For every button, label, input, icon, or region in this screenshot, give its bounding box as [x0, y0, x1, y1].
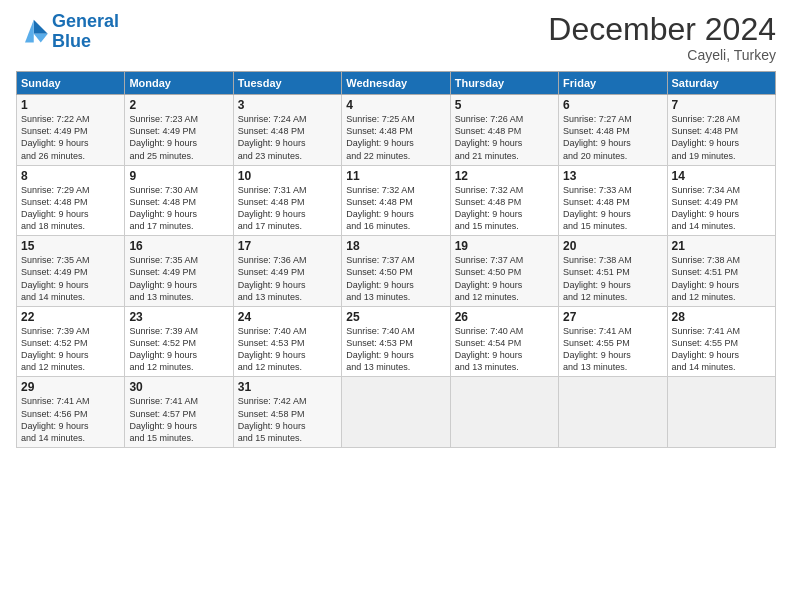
calendar-table: Sunday Monday Tuesday Wednesday Thursday… [16, 71, 776, 448]
calendar-week-2: 8Sunrise: 7:29 AMSunset: 4:48 PMDaylight… [17, 165, 776, 236]
table-row: 19Sunrise: 7:37 AMSunset: 4:50 PMDayligh… [450, 236, 558, 307]
day-number: 25 [346, 310, 445, 324]
svg-marker-2 [25, 20, 34, 43]
svg-marker-1 [34, 34, 48, 43]
table-row: 25Sunrise: 7:40 AMSunset: 4:53 PMDayligh… [342, 306, 450, 377]
table-row: 26Sunrise: 7:40 AMSunset: 4:54 PMDayligh… [450, 306, 558, 377]
table-row: 27Sunrise: 7:41 AMSunset: 4:55 PMDayligh… [559, 306, 667, 377]
day-info: Sunrise: 7:22 AMSunset: 4:49 PMDaylight:… [21, 113, 120, 162]
day-info: Sunrise: 7:36 AMSunset: 4:49 PMDaylight:… [238, 254, 337, 303]
day-number: 28 [672, 310, 771, 324]
table-row: 6Sunrise: 7:27 AMSunset: 4:48 PMDaylight… [559, 95, 667, 166]
table-row: 12Sunrise: 7:32 AMSunset: 4:48 PMDayligh… [450, 165, 558, 236]
day-number: 30 [129, 380, 228, 394]
logo: General Blue [16, 12, 119, 52]
table-row: 28Sunrise: 7:41 AMSunset: 4:55 PMDayligh… [667, 306, 775, 377]
table-row: 20Sunrise: 7:38 AMSunset: 4:51 PMDayligh… [559, 236, 667, 307]
table-row: 9Sunrise: 7:30 AMSunset: 4:48 PMDaylight… [125, 165, 233, 236]
table-row [667, 377, 775, 448]
day-info: Sunrise: 7:37 AMSunset: 4:50 PMDaylight:… [455, 254, 554, 303]
day-number: 16 [129, 239, 228, 253]
col-monday: Monday [125, 72, 233, 95]
day-info: Sunrise: 7:31 AMSunset: 4:48 PMDaylight:… [238, 184, 337, 233]
day-info: Sunrise: 7:38 AMSunset: 4:51 PMDaylight:… [563, 254, 662, 303]
table-row: 16Sunrise: 7:35 AMSunset: 4:49 PMDayligh… [125, 236, 233, 307]
logo-line1: General [52, 11, 119, 31]
table-row: 15Sunrise: 7:35 AMSunset: 4:49 PMDayligh… [17, 236, 125, 307]
table-row: 8Sunrise: 7:29 AMSunset: 4:48 PMDaylight… [17, 165, 125, 236]
day-info: Sunrise: 7:35 AMSunset: 4:49 PMDaylight:… [129, 254, 228, 303]
subtitle: Cayeli, Turkey [548, 47, 776, 63]
day-number: 7 [672, 98, 771, 112]
table-row: 31Sunrise: 7:42 AMSunset: 4:58 PMDayligh… [233, 377, 341, 448]
day-info: Sunrise: 7:39 AMSunset: 4:52 PMDaylight:… [129, 325, 228, 374]
table-row: 13Sunrise: 7:33 AMSunset: 4:48 PMDayligh… [559, 165, 667, 236]
day-number: 11 [346, 169, 445, 183]
table-row: 5Sunrise: 7:26 AMSunset: 4:48 PMDaylight… [450, 95, 558, 166]
day-number: 29 [21, 380, 120, 394]
day-number: 9 [129, 169, 228, 183]
day-info: Sunrise: 7:35 AMSunset: 4:49 PMDaylight:… [21, 254, 120, 303]
table-row [450, 377, 558, 448]
day-number: 18 [346, 239, 445, 253]
table-row: 30Sunrise: 7:41 AMSunset: 4:57 PMDayligh… [125, 377, 233, 448]
col-wednesday: Wednesday [342, 72, 450, 95]
calendar-week-5: 29Sunrise: 7:41 AMSunset: 4:56 PMDayligh… [17, 377, 776, 448]
table-row [559, 377, 667, 448]
day-info: Sunrise: 7:41 AMSunset: 4:57 PMDaylight:… [129, 395, 228, 444]
table-row: 10Sunrise: 7:31 AMSunset: 4:48 PMDayligh… [233, 165, 341, 236]
day-number: 31 [238, 380, 337, 394]
day-info: Sunrise: 7:34 AMSunset: 4:49 PMDaylight:… [672, 184, 771, 233]
day-number: 13 [563, 169, 662, 183]
day-info: Sunrise: 7:38 AMSunset: 4:51 PMDaylight:… [672, 254, 771, 303]
table-row: 4Sunrise: 7:25 AMSunset: 4:48 PMDaylight… [342, 95, 450, 166]
col-friday: Friday [559, 72, 667, 95]
logo-text: General Blue [52, 12, 119, 52]
day-info: Sunrise: 7:28 AMSunset: 4:48 PMDaylight:… [672, 113, 771, 162]
main-title: December 2024 [548, 12, 776, 47]
logo-icon [16, 18, 48, 46]
day-info: Sunrise: 7:23 AMSunset: 4:49 PMDaylight:… [129, 113, 228, 162]
table-row: 1Sunrise: 7:22 AMSunset: 4:49 PMDaylight… [17, 95, 125, 166]
day-info: Sunrise: 7:33 AMSunset: 4:48 PMDaylight:… [563, 184, 662, 233]
day-number: 17 [238, 239, 337, 253]
calendar-week-1: 1Sunrise: 7:22 AMSunset: 4:49 PMDaylight… [17, 95, 776, 166]
col-saturday: Saturday [667, 72, 775, 95]
day-number: 23 [129, 310, 228, 324]
day-info: Sunrise: 7:32 AMSunset: 4:48 PMDaylight:… [346, 184, 445, 233]
day-info: Sunrise: 7:40 AMSunset: 4:53 PMDaylight:… [238, 325, 337, 374]
day-number: 15 [21, 239, 120, 253]
day-number: 4 [346, 98, 445, 112]
table-row: 22Sunrise: 7:39 AMSunset: 4:52 PMDayligh… [17, 306, 125, 377]
logo-line2: Blue [52, 31, 91, 51]
day-info: Sunrise: 7:41 AMSunset: 4:55 PMDaylight:… [563, 325, 662, 374]
day-info: Sunrise: 7:26 AMSunset: 4:48 PMDaylight:… [455, 113, 554, 162]
day-info: Sunrise: 7:27 AMSunset: 4:48 PMDaylight:… [563, 113, 662, 162]
day-number: 1 [21, 98, 120, 112]
svg-marker-0 [34, 20, 48, 34]
day-number: 20 [563, 239, 662, 253]
calendar-header-row: Sunday Monday Tuesday Wednesday Thursday… [17, 72, 776, 95]
page: General Blue December 2024 Cayeli, Turke… [0, 0, 792, 612]
table-row: 23Sunrise: 7:39 AMSunset: 4:52 PMDayligh… [125, 306, 233, 377]
table-row: 17Sunrise: 7:36 AMSunset: 4:49 PMDayligh… [233, 236, 341, 307]
day-info: Sunrise: 7:24 AMSunset: 4:48 PMDaylight:… [238, 113, 337, 162]
day-info: Sunrise: 7:37 AMSunset: 4:50 PMDaylight:… [346, 254, 445, 303]
day-number: 5 [455, 98, 554, 112]
table-row: 7Sunrise: 7:28 AMSunset: 4:48 PMDaylight… [667, 95, 775, 166]
day-number: 2 [129, 98, 228, 112]
table-row: 29Sunrise: 7:41 AMSunset: 4:56 PMDayligh… [17, 377, 125, 448]
day-number: 6 [563, 98, 662, 112]
table-row: 2Sunrise: 7:23 AMSunset: 4:49 PMDaylight… [125, 95, 233, 166]
day-info: Sunrise: 7:25 AMSunset: 4:48 PMDaylight:… [346, 113, 445, 162]
calendar-week-4: 22Sunrise: 7:39 AMSunset: 4:52 PMDayligh… [17, 306, 776, 377]
table-row: 3Sunrise: 7:24 AMSunset: 4:48 PMDaylight… [233, 95, 341, 166]
day-info: Sunrise: 7:29 AMSunset: 4:48 PMDaylight:… [21, 184, 120, 233]
col-tuesday: Tuesday [233, 72, 341, 95]
day-number: 22 [21, 310, 120, 324]
day-info: Sunrise: 7:39 AMSunset: 4:52 PMDaylight:… [21, 325, 120, 374]
day-number: 12 [455, 169, 554, 183]
day-number: 8 [21, 169, 120, 183]
calendar-week-3: 15Sunrise: 7:35 AMSunset: 4:49 PMDayligh… [17, 236, 776, 307]
col-thursday: Thursday [450, 72, 558, 95]
